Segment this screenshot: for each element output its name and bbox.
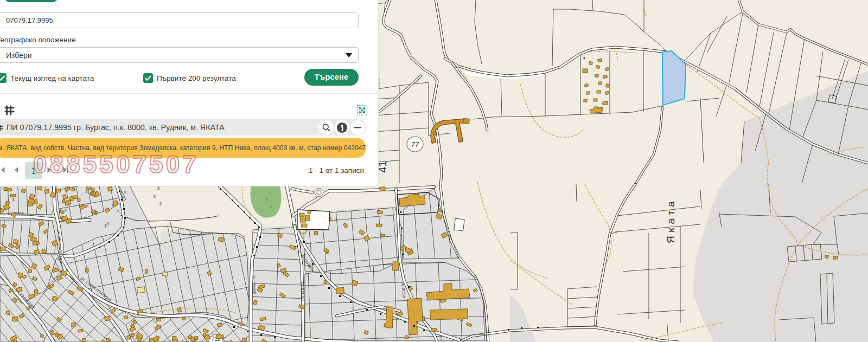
- svg-text:Яката: Яката: [665, 198, 676, 243]
- svg-text:77: 77: [411, 140, 419, 149]
